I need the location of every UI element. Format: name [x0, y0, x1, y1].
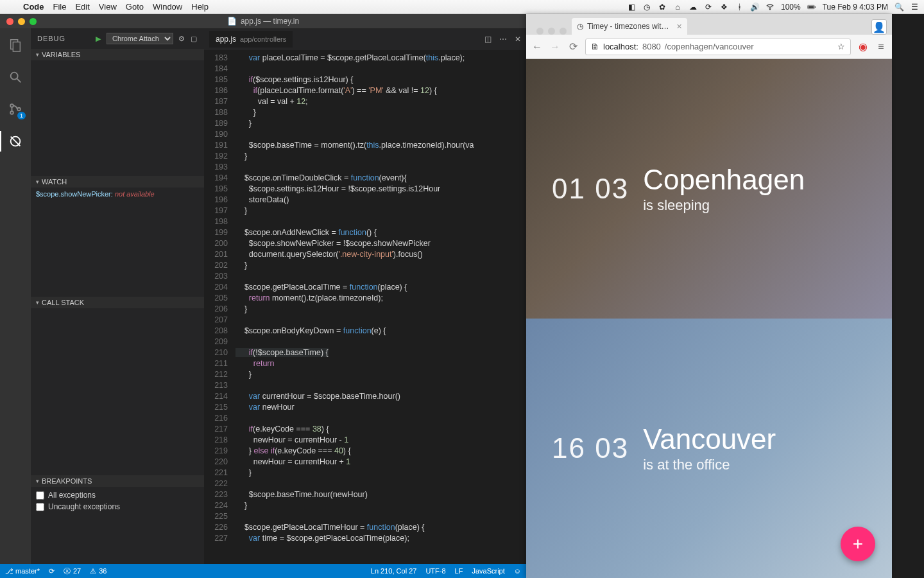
site-info-icon[interactable]: 🗎: [591, 42, 599, 51]
tab-filename: app.js: [216, 35, 236, 44]
menubar-clock[interactable]: Tue Feb 9 4:03 PM: [823, 3, 888, 12]
bluetooth-icon[interactable]: ᚼ: [735, 3, 744, 12]
chrome-toolbar: ← → ⟳ 🗎 localhost:8080/copenhagen/vancou…: [526, 35, 892, 59]
status-eol[interactable]: LF: [455, 567, 463, 575]
menu-help[interactable]: Help: [191, 2, 209, 12]
svg-point-10: [17, 108, 21, 111]
vscode-titlebar[interactable]: 📄app.js — timey.in: [0, 14, 526, 28]
nav-reload-button[interactable]: ⟳: [567, 40, 579, 53]
close-editor-icon[interactable]: ✕: [515, 35, 521, 44]
menubar-app-icon[interactable]: ❖: [719, 3, 728, 12]
menu-view[interactable]: View: [99, 2, 117, 12]
status-warnings[interactable]: ⚠ 36: [90, 567, 107, 575]
status-feedback-icon[interactable]: ☺: [514, 567, 521, 575]
omnibox[interactable]: 🗎 localhost:8080/copenhagen/vancouver ☆: [585, 39, 851, 55]
svg-line-7: [17, 79, 21, 83]
section-variables[interactable]: VARIABLES: [31, 49, 204, 60]
status-encoding[interactable]: UTF-8: [425, 567, 445, 575]
menubar-clock-icon[interactable]: ◷: [642, 3, 651, 12]
debug-label: DEBUG: [37, 35, 65, 42]
city-minute: 03: [595, 432, 629, 464]
section-breakpoints[interactable]: BREAKPOINTS: [31, 475, 204, 487]
menu-file[interactable]: File: [53, 2, 67, 12]
watch-expression[interactable]: $scope.showNewPicker: not available: [36, 190, 199, 198]
tab-folder: app/controllers: [240, 35, 286, 43]
status-cursor[interactable]: Ln 210, Col 27: [371, 567, 417, 575]
status-errors[interactable]: ⓧ 27: [64, 566, 81, 576]
window-maximize-button[interactable]: [30, 18, 37, 25]
menubar-evernote-icon[interactable]: ✿: [658, 3, 667, 12]
svg-rect-5: [13, 42, 20, 51]
status-sync-icon[interactable]: ⟳: [49, 567, 55, 575]
city-panel-copenhagen[interactable]: 01 03 Copenhagen is sleeping: [526, 59, 892, 319]
menubar-sync-icon[interactable]: ⟳: [704, 3, 713, 12]
menubar-dropbox-icon[interactable]: ⌂: [673, 3, 682, 12]
debug-settings-icon[interactable]: ⚙: [178, 35, 185, 43]
section-callstack[interactable]: CALL STACK: [31, 297, 204, 308]
minimap[interactable]: [517, 50, 526, 564]
svg-point-9: [10, 111, 13, 114]
tab-favicon: ◷: [577, 22, 583, 31]
section-watch[interactable]: WATCH: [31, 176, 204, 188]
notification-center-icon[interactable]: ☰: [910, 3, 919, 12]
tab-close-icon[interactable]: ✕: [676, 22, 682, 31]
bp-uncaught-exceptions[interactable]: Uncaught exceptions: [36, 501, 199, 512]
battery-icon[interactable]: [807, 3, 816, 12]
status-branch[interactable]: ⎇ master*: [5, 567, 40, 575]
window-title: app.js — timey.in: [241, 17, 299, 26]
extension-icon[interactable]: ◉: [857, 40, 869, 53]
editor-tab[interactable]: app.js app/controllers: [209, 31, 293, 48]
chrome-tab[interactable]: ◷ Timey - timezones with a h ✕: [572, 18, 687, 35]
code-editor[interactable]: 183 184 185 186 187 188 189 190 191 192 …: [204, 50, 526, 564]
debug-config-select[interactable]: Chrome Attach: [107, 33, 173, 44]
city-name: Copenhagen: [643, 164, 805, 196]
add-city-fab[interactable]: +: [841, 527, 875, 561]
window-close-button[interactable]: [6, 18, 13, 25]
activity-bar: 1: [0, 28, 31, 564]
bp-uncaught-checkbox[interactable]: [36, 503, 44, 511]
apple-icon[interactable]: [5, 3, 14, 12]
code-content[interactable]: var placeLocalTime = $scope.getPlaceLoca…: [233, 50, 517, 564]
battery-percent[interactable]: 100%: [781, 3, 801, 12]
status-language[interactable]: JavaScript: [472, 567, 504, 575]
activity-git[interactable]: 1: [6, 100, 24, 118]
menubar-app-name[interactable]: Code: [23, 2, 44, 12]
file-icon: 📄: [227, 17, 237, 26]
activity-debug[interactable]: [6, 132, 24, 150]
split-editor-icon[interactable]: ◫: [484, 35, 492, 44]
activity-search[interactable]: [6, 68, 24, 86]
svg-rect-2: [808, 6, 814, 8]
debug-start-button[interactable]: ▶: [96, 35, 101, 43]
tab-title: Timey - timezones with a h: [587, 22, 672, 31]
chrome-maximize-button[interactable]: [560, 28, 567, 35]
editor-tabbar: app.js app/controllers ◫ ⋯ ✕: [204, 28, 526, 50]
menubar-cloud-icon[interactable]: ☁: [689, 3, 697, 12]
volume-icon[interactable]: 🔊: [750, 3, 759, 12]
watch-body: $scope.showNewPicker: not available: [31, 188, 204, 297]
nav-forward-button[interactable]: →: [549, 41, 561, 53]
menu-goto[interactable]: Goto: [126, 2, 144, 12]
bookmark-star-icon[interactable]: ☆: [837, 42, 845, 51]
bp-all-checkbox[interactable]: [36, 491, 44, 500]
activity-explorer[interactable]: [6, 36, 24, 54]
spotlight-icon[interactable]: 🔍: [894, 3, 903, 12]
chrome-menu-icon[interactable]: ≡: [875, 41, 887, 53]
debug-toolbar: DEBUG ▶ Chrome Attach ⚙ ▢: [31, 28, 204, 49]
menu-window[interactable]: Window: [153, 2, 182, 12]
svg-point-6: [11, 73, 18, 80]
nav-back-button[interactable]: ←: [531, 41, 543, 53]
chrome-minimize-button[interactable]: [548, 28, 555, 35]
chrome-close-button[interactable]: [536, 28, 543, 35]
url-path: /copenhagen/vancouver: [665, 42, 754, 51]
debug-console-icon[interactable]: ▢: [191, 35, 198, 43]
city-panel-vancouver[interactable]: 16 03 Vancouver is at the office: [526, 319, 892, 578]
menubar-indicator-icon[interactable]: ◧: [627, 3, 636, 12]
bp-all-exceptions[interactable]: All exceptions: [36, 489, 199, 501]
breakpoints-body: All exceptions Uncaught exceptions: [31, 487, 204, 525]
more-icon[interactable]: ⋯: [499, 35, 507, 44]
wifi-icon[interactable]: [766, 3, 774, 12]
chrome-profile-button[interactable]: 👤: [871, 19, 887, 35]
window-minimize-button[interactable]: [18, 18, 25, 25]
menu-edit[interactable]: Edit: [75, 2, 89, 12]
city-status: is sleeping: [643, 197, 805, 214]
